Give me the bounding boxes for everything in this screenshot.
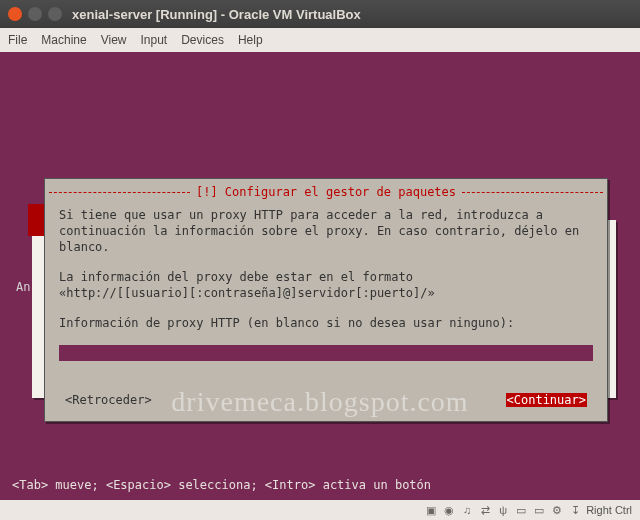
menu-help[interactable]: Help [238,33,263,47]
usb-icon[interactable]: ψ [496,503,510,517]
help-bar: <Tab> mueve; <Espacio> selecciona; <Intr… [12,478,431,492]
menu-machine[interactable]: Machine [41,33,86,47]
button-row: <Retroceder> <Continuar> [45,393,607,421]
dialog-text-2: La información del proxy debe estar en e… [59,269,593,301]
audio-icon[interactable]: ♫ [460,503,474,517]
status-icons: ▣ ◉ ♫ ⇄ ψ ▭ ▭ ⚙ ↧ Right Ctrl [424,503,632,517]
hdd-icon[interactable]: ▣ [424,503,438,517]
proxy-input[interactable] [59,345,593,361]
window-titlebar: xenial-server [Running] - Oracle VM Virt… [0,0,640,28]
status-bar: ▣ ◉ ♫ ⇄ ψ ▭ ▭ ⚙ ↧ Right Ctrl [0,500,640,520]
dialog-prompt: Información de proxy HTTP (en blanco si … [59,315,593,331]
guest-screen: An [!] Configurar el gestor de paquetes … [0,52,640,500]
dialog-body: Si tiene que usar un proxy HTTP para acc… [45,199,607,393]
menu-view[interactable]: View [101,33,127,47]
maximize-icon[interactable] [48,7,62,21]
minimize-icon[interactable] [28,7,42,21]
optical-icon[interactable]: ◉ [442,503,456,517]
dialog-title: [!] Configurar el gestor de paquetes [194,185,458,199]
dialog-text-1: Si tiene que usar un proxy HTTP para acc… [59,207,593,255]
menu-bar: File Machine View Input Devices Help [0,28,640,52]
network-icon[interactable]: ⇄ [478,503,492,517]
dialog-title-row: [!] Configurar el gestor de paquetes [45,185,607,199]
background-text: An [16,280,30,294]
dash-left [49,192,190,193]
menu-input[interactable]: Input [141,33,168,47]
mouse-integration-icon[interactable]: ↧ [568,503,582,517]
close-icon[interactable] [8,7,22,21]
continue-button[interactable]: <Continuar> [506,393,587,407]
host-key-label: Right Ctrl [586,504,632,516]
dash-right [462,192,603,193]
window-title: xenial-server [Running] - Oracle VM Virt… [72,7,361,22]
display-icon[interactable]: ▭ [532,503,546,517]
menu-devices[interactable]: Devices [181,33,224,47]
config-dialog: [!] Configurar el gestor de paquetes Si … [44,178,608,422]
shared-folder-icon[interactable]: ▭ [514,503,528,517]
back-button[interactable]: <Retroceder> [65,393,152,407]
menu-file[interactable]: File [8,33,27,47]
recording-icon[interactable]: ⚙ [550,503,564,517]
